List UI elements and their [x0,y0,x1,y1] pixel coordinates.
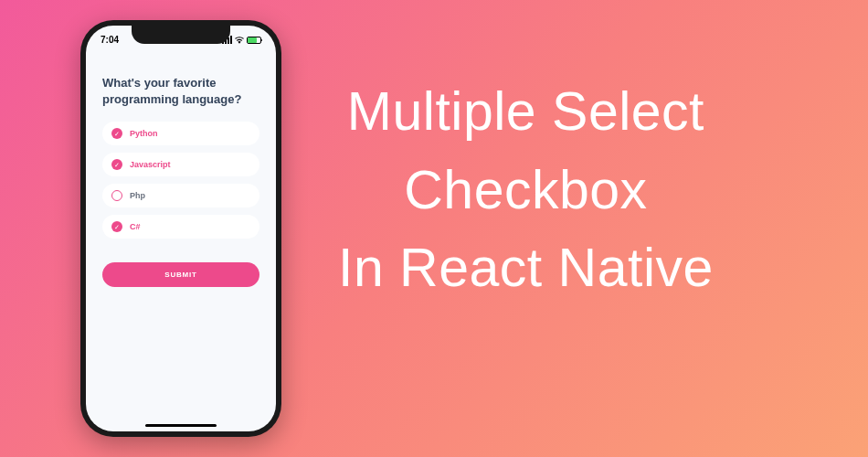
checkbox-checked-icon: ✓ [111,128,122,139]
phone-frame: 7:04 What [80,20,281,437]
headline: Multiple Select Checkbox In React Native [338,73,714,308]
battery-icon [247,37,261,44]
wifi-icon [235,37,244,44]
options-list: ✓ Python ✓ Javascript Php [102,122,259,239]
home-indicator [145,424,217,427]
headline-line-3: In React Native [338,229,714,308]
option-label: Php [130,191,145,200]
option-php[interactable]: Php [102,184,259,207]
status-time: 7:04 [101,35,119,45]
phone-notch [132,26,230,44]
option-javascript[interactable]: ✓ Javascript [102,153,259,176]
checkbox-unchecked-icon [111,190,122,201]
checkbox-checked-icon: ✓ [111,159,122,170]
app-content: What's your favorite programming languag… [86,48,276,303]
phone-mockup: 7:04 What [80,20,281,437]
option-python[interactable]: ✓ Python [102,122,259,145]
headline-line-2: Checkbox [338,152,714,230]
headline-line-1: Multiple Select [338,73,714,152]
question-title: What's your favorite programming languag… [102,75,259,107]
submit-button[interactable]: SUBMIT [102,262,259,287]
option-csharp[interactable]: ✓ C# [102,215,259,239]
phone-screen: 7:04 What [86,26,276,431]
option-label: Python [130,129,158,138]
option-label: Javascript [130,160,171,169]
option-label: C# [130,222,141,231]
checkbox-checked-icon: ✓ [111,221,122,232]
